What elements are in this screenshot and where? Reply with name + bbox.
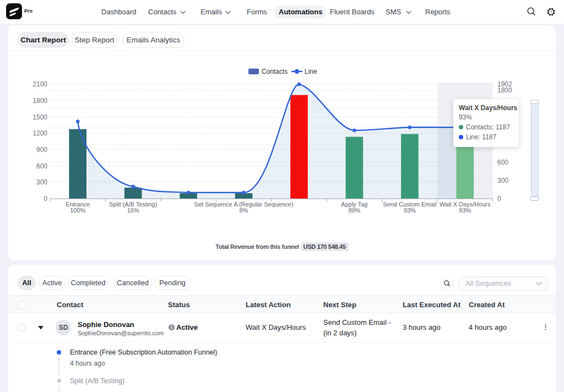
svg-text:1200: 1200 (32, 129, 47, 137)
svg-text:93%: 93% (459, 207, 471, 214)
svg-text:300: 300 (36, 178, 47, 186)
svg-text:0: 0 (44, 195, 47, 203)
svg-text:2100: 2100 (32, 80, 47, 88)
svg-text:93%: 93% (404, 207, 416, 214)
svg-text:0: 0 (497, 195, 501, 203)
svg-text:600: 600 (497, 159, 508, 166)
svg-text:89%: 89% (348, 207, 360, 214)
svg-text:600: 600 (36, 162, 47, 170)
svg-text:1800: 1800 (32, 97, 47, 105)
svg-text:8%: 8% (240, 207, 248, 214)
svg-text:Line: Line (305, 68, 317, 75)
svg-text:Contacts: Contacts (262, 68, 288, 75)
svg-text:1800: 1800 (497, 86, 512, 94)
svg-text:1500: 1500 (32, 113, 47, 121)
svg-text:16%: 16% (127, 207, 139, 214)
svg-text:300: 300 (497, 177, 508, 184)
svg-text:900: 900 (36, 146, 47, 154)
svg-text:100%: 100% (70, 207, 85, 214)
